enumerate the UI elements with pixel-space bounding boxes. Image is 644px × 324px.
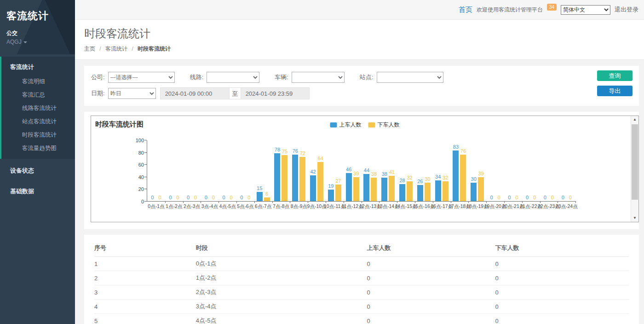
scroll-up-arrow-icon[interactable]: ▲ bbox=[631, 116, 638, 123]
table-cell: 0 bbox=[495, 300, 629, 314]
table-row: 54点-5点00 bbox=[94, 314, 629, 324]
chart-category-group: 0021点-22点 bbox=[522, 140, 540, 201]
breadcrumb-home[interactable]: 主页 bbox=[84, 46, 95, 52]
company-select[interactable]: ---请选择--- bbox=[108, 72, 175, 83]
bar-col-boarding: 0 bbox=[203, 195, 209, 201]
bar-col-boarding: 0 bbox=[185, 195, 191, 201]
sidebar-subitem[interactable]: 客流汇总 bbox=[1, 88, 75, 102]
bar-col-alighting: 0 bbox=[228, 195, 234, 201]
x-axis-tick bbox=[468, 201, 469, 203]
bar-value-label: 30 bbox=[471, 176, 477, 182]
table-cell: 2 bbox=[94, 271, 196, 285]
bar-pair: 4639 bbox=[346, 167, 359, 201]
x-axis-tick bbox=[272, 201, 273, 203]
bar-col-boarding: 0 bbox=[560, 195, 566, 201]
page-title: 时段客流统计 bbox=[84, 26, 635, 41]
line-select[interactable] bbox=[207, 72, 259, 83]
bar-value-label: 38 bbox=[382, 171, 387, 177]
bar-value-label: 0 bbox=[562, 195, 564, 200]
sidebar-item-base-data[interactable]: 基础数据 bbox=[0, 183, 75, 200]
bar-value-label: 26 bbox=[417, 179, 423, 184]
bar-pair: 00 bbox=[489, 195, 502, 201]
bar-value-label: 76 bbox=[293, 148, 298, 154]
chart-scrollbar[interactable]: ▲ ▼ bbox=[631, 116, 638, 222]
language-select[interactable]: 简体中文 bbox=[561, 5, 610, 15]
sidebar-item-passenger-stats[interactable]: 客流统计 bbox=[1, 59, 75, 75]
x-axis-tick bbox=[379, 201, 380, 203]
bar-value-label: 32 bbox=[443, 175, 448, 180]
scroll-down-arrow-icon[interactable]: ▼ bbox=[631, 214, 638, 222]
legend-label-alighting: 下车人数 bbox=[378, 121, 400, 129]
export-button[interactable]: 导出 bbox=[597, 86, 632, 96]
bar-alighting bbox=[371, 178, 377, 201]
y-axis-tick bbox=[144, 164, 147, 165]
chart-category-group: 76728点-9点 bbox=[290, 140, 308, 201]
x-axis-label: 1点-2点 bbox=[166, 203, 182, 210]
bar-value-label: 78 bbox=[275, 147, 280, 152]
x-axis-tick bbox=[397, 201, 397, 203]
breadcrumb-passenger-stats[interactable]: 客流统计 bbox=[105, 46, 127, 52]
bar-alighting bbox=[443, 181, 448, 201]
sidebar-subitem[interactable]: 客流量趋势图 bbox=[1, 142, 75, 155]
bar-value-label: 19 bbox=[328, 183, 334, 189]
y-axis-label: 80 bbox=[129, 150, 144, 156]
bar-col-boarding: 15 bbox=[257, 185, 263, 201]
legend-item-boarding: 上车人数 bbox=[330, 121, 362, 129]
bar-value-label: 34 bbox=[435, 174, 441, 179]
table-header-row: 序号 时段 上车人数 下车人数 bbox=[94, 240, 629, 257]
bar-pair: 00 bbox=[506, 195, 520, 201]
home-link[interactable]: 首页 bbox=[459, 6, 472, 14]
chart-category-group: 004点-5点 bbox=[218, 140, 236, 201]
chart-legend: 上车人数 下车人数 bbox=[330, 121, 400, 129]
bar-col-alighting: 64 bbox=[317, 156, 323, 201]
sidebar-subitem[interactable]: 时段客流统计 bbox=[1, 128, 75, 142]
bar-pair: 00 bbox=[221, 195, 234, 201]
query-button[interactable]: 查询 bbox=[597, 70, 632, 81]
sidebar-subitem[interactable]: 站点客流统计 bbox=[1, 115, 75, 128]
bar-value-label: 75 bbox=[282, 149, 288, 154]
bar-col-alighting: 39 bbox=[353, 171, 359, 201]
sidebar-subitem[interactable]: 客流明细 bbox=[1, 75, 75, 88]
bar-alighting bbox=[389, 176, 395, 201]
bar-value-label: 83 bbox=[453, 144, 459, 150]
chart-category-group: 303918点-19点 bbox=[468, 140, 486, 201]
table-cell: 0 bbox=[367, 314, 495, 324]
user-dropdown[interactable]: AQGJ bbox=[6, 39, 69, 45]
station-select[interactable] bbox=[377, 72, 443, 83]
bar-col-alighting: 0 bbox=[246, 195, 252, 201]
bar-value-label: 0 bbox=[508, 195, 511, 200]
bar-pair: 4264 bbox=[310, 156, 323, 201]
breadcrumb-current: 时段客流统计 bbox=[138, 46, 171, 52]
date-from-input[interactable]: 2024-01-09 00:00 bbox=[160, 87, 229, 99]
table-cell: 1点-2点 bbox=[196, 271, 367, 285]
bar-alighting bbox=[407, 181, 413, 201]
chart-category-group: 78757点-8点 bbox=[272, 140, 290, 201]
date-label: 日期: bbox=[91, 89, 105, 98]
bar-col-alighting: 0 bbox=[157, 195, 163, 201]
bar-col-alighting: 27 bbox=[335, 178, 341, 201]
y-axis-label: 40 bbox=[129, 174, 144, 180]
legend-label-boarding: 上车人数 bbox=[339, 121, 362, 129]
chart-category-group: 463911点-12点 bbox=[344, 140, 362, 201]
chevron-down-icon bbox=[23, 41, 27, 43]
chart-category-group: 005点-6点 bbox=[236, 140, 254, 201]
col-header-index: 序号 bbox=[94, 240, 196, 257]
vehicle-select[interactable] bbox=[292, 72, 345, 83]
table-cell: 5 bbox=[94, 314, 196, 324]
bar-value-label: 0 bbox=[176, 195, 179, 200]
logout-link[interactable]: 退出登录 bbox=[615, 6, 638, 14]
sidebar-subitem[interactable]: 线路客流统计 bbox=[1, 102, 75, 115]
company-label: 公司: bbox=[91, 73, 105, 81]
time-period-table: 序号 时段 上车人数 下车人数 10点-1点0021点-2点0032点-3点00… bbox=[94, 240, 629, 324]
filter-panel: 公司: ---请选择--- 线路: 车辆: 站点: bbox=[84, 66, 639, 106]
scrollbar-thumb[interactable] bbox=[632, 124, 638, 200]
app-title: 客流统计 bbox=[6, 9, 69, 23]
x-axis-tick bbox=[486, 201, 487, 203]
bar-col-boarding: 46 bbox=[346, 167, 352, 201]
date-to-input[interactable]: 2024-01-09 23:59 bbox=[241, 87, 310, 99]
bar-value-label: 0 bbox=[187, 195, 190, 200]
date-preset-select[interactable]: 昨日 bbox=[108, 88, 156, 99]
sidebar-item-device-status[interactable]: 设备状态 bbox=[0, 162, 75, 179]
notification-badge[interactable]: 34 bbox=[547, 4, 557, 11]
bar-value-label: 0 bbox=[526, 195, 529, 200]
